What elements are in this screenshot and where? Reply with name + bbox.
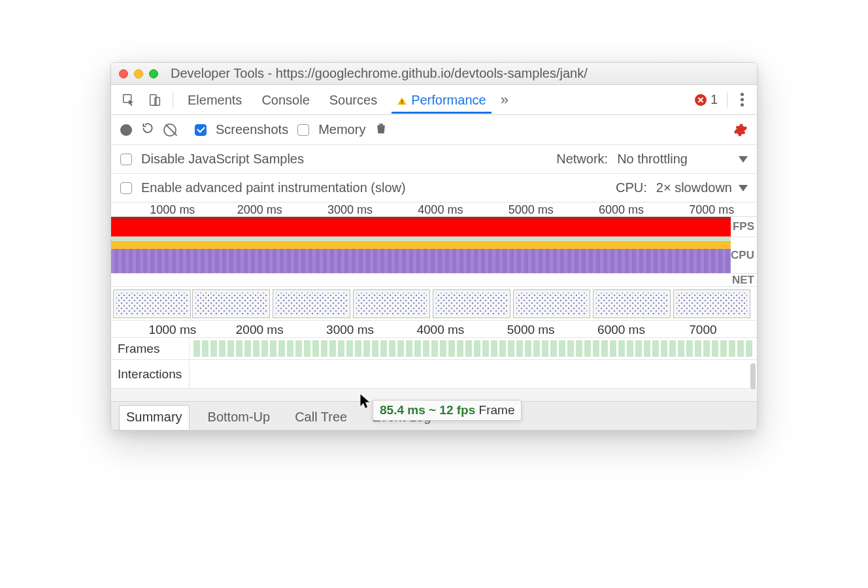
vertical-scrollbar[interactable] — [750, 363, 756, 389]
tab-label: Summary — [126, 410, 182, 424]
ruler-tick: 2000 ms — [237, 203, 282, 217]
cpu-throttle-value: 2× slowdown — [656, 180, 732, 195]
screenshots-checkbox[interactable] — [195, 124, 207, 136]
disable-js-samples-label: Disable JavaScript Samples — [141, 152, 304, 167]
lane-label-fps: FPS — [733, 217, 754, 237]
traffic-light-zoom-icon[interactable] — [149, 69, 158, 78]
ruler-tick: 7000 ms — [689, 203, 734, 217]
details-tab-summary[interactable]: Summary — [119, 405, 190, 430]
garbage-collect-button[interactable] — [375, 122, 388, 138]
screenshot-thumbnail[interactable] — [113, 289, 191, 318]
separator — [727, 92, 727, 108]
capture-settings-row2: Enable advanced paint instrumentation (s… — [111, 174, 757, 203]
network-label: Network: — [556, 152, 608, 167]
interactions-row-label[interactable]: Interactions — [111, 360, 190, 388]
tab-label: Sources — [329, 93, 377, 108]
overview-fps-lane[interactable]: FPS — [111, 217, 757, 237]
ruler-tick: 4000 ms — [418, 203, 463, 217]
tab-label: Console — [261, 93, 309, 108]
ruler-tick: 3000 ms — [327, 203, 373, 217]
ruler-tick: 6000 ms — [597, 323, 645, 337]
frames-strip — [193, 340, 753, 357]
ruler-tick: 1000 ms — [150, 203, 195, 217]
tab-elements[interactable]: Elements — [182, 86, 247, 114]
adv-paint-label: Enable advanced paint instrumentation (s… — [141, 180, 406, 195]
tab-sources[interactable]: Sources — [324, 86, 382, 114]
cpu-throttle-select[interactable]: 2× slowdown — [656, 180, 748, 195]
traffic-light-minimize-icon[interactable] — [134, 69, 143, 78]
tab-performance[interactable]: Performance — [392, 86, 492, 114]
tabs-overflow-icon[interactable] — [501, 91, 509, 108]
flamechart-ruler[interactable]: 1000 ms 2000 ms 3000 ms 4000 ms 5000 ms … — [111, 320, 757, 337]
lane-label-net: NET — [732, 274, 754, 286]
overview-net-lane[interactable]: NET — [111, 273, 757, 286]
flamechart-gutter — [111, 388, 757, 401]
performance-toolbar: Screenshots Memory — [111, 115, 757, 145]
ruler-tick: 5000 ms — [507, 323, 555, 337]
ruler-tick: 6000 ms — [599, 203, 644, 217]
window-title: Developer Tools - https://googlechrome.g… — [171, 66, 588, 81]
overview-cpu-lane[interactable]: CPU — [111, 237, 757, 273]
kebab-menu-icon[interactable] — [737, 93, 748, 106]
disable-js-samples-checkbox[interactable] — [120, 154, 132, 165]
screenshot-thumbnail[interactable] — [433, 289, 510, 318]
traffic-light-close-icon[interactable] — [119, 69, 128, 78]
frame-tooltip: 85.4 ms ~ 12 fps Frame — [373, 400, 522, 421]
memory-label: Memory — [318, 122, 365, 137]
ruler-tick: 1000 ms — [148, 323, 196, 337]
warning-icon — [397, 95, 407, 105]
clear-button[interactable] — [163, 123, 176, 137]
capture-settings-button[interactable] — [733, 123, 748, 137]
screenshot-thumbnail[interactable] — [593, 289, 671, 318]
frames-row: Frames — [111, 337, 757, 359]
ruler-tick: 4000 ms — [416, 323, 464, 337]
tooltip-time: 85.4 ms ~ 12 fps — [380, 403, 475, 417]
cpu-chart-rendering — [111, 249, 731, 273]
dropdown-icon — [739, 185, 748, 191]
error-count: 1 — [710, 92, 718, 107]
ruler-tick: 2000 ms — [236, 323, 284, 337]
screenshot-thumbnail[interactable] — [673, 289, 751, 318]
record-button[interactable] — [120, 124, 132, 136]
devtools-window: Developer Tools - https://googlechrome.g… — [110, 62, 758, 431]
svg-rect-3 — [401, 100, 402, 103]
details-tab-call-tree[interactable]: Call Tree — [288, 406, 354, 430]
screenshot-thumbnail[interactable] — [353, 289, 431, 318]
capture-settings-row1: Disable JavaScript Samples Network: No t… — [111, 145, 757, 174]
tab-label: Elements — [188, 93, 242, 108]
interactions-strip — [190, 360, 757, 388]
error-count-badge[interactable]: 1 — [695, 92, 718, 107]
tab-label: Call Tree — [295, 410, 347, 424]
ruler-tick: 3000 ms — [326, 323, 374, 337]
device-toolbar-icon[interactable] — [146, 91, 163, 108]
screenshot-thumbnail[interactable] — [273, 289, 350, 318]
inspect-element-icon[interactable] — [120, 91, 137, 108]
titlebar: Developer Tools - https://googlechrome.g… — [111, 63, 757, 85]
screenshots-label: Screenshots — [216, 122, 288, 137]
interactions-row: Interactions — [111, 359, 757, 388]
details-tab-bottom-up[interactable]: Bottom-Up — [201, 406, 277, 430]
frames-row-body[interactable] — [190, 338, 757, 359]
reload-record-button[interactable] — [141, 122, 154, 138]
network-throttle-select[interactable]: No throttling — [617, 152, 688, 167]
screenshot-thumbnail[interactable] — [192, 289, 270, 318]
fps-cap-bar — [111, 217, 731, 220]
network-throttle-value: No throttling — [617, 152, 688, 167]
dropdown-icon[interactable] — [739, 156, 748, 163]
interactions-row-body[interactable] — [190, 360, 757, 388]
adv-paint-checkbox[interactable] — [120, 182, 132, 194]
svg-rect-4 — [401, 103, 402, 104]
tab-label: Performance — [411, 93, 486, 108]
overview-screenshots-lane[interactable] — [111, 286, 757, 320]
tab-label: Bottom-Up — [208, 410, 271, 424]
frames-row-label[interactable]: Frames — [111, 338, 190, 359]
screenshot-thumbnail[interactable] — [513, 289, 591, 318]
tab-console[interactable]: Console — [256, 86, 314, 114]
ruler-tick: 5000 ms — [509, 203, 554, 217]
tooltip-suffix: Frame — [479, 403, 515, 417]
overview-ruler[interactable]: 1000 ms 2000 ms 3000 ms 4000 ms 5000 ms … — [111, 203, 757, 217]
lane-label-cpu: CPU — [731, 237, 754, 273]
separator — [173, 92, 173, 108]
error-icon — [695, 94, 707, 106]
memory-checkbox[interactable] — [297, 124, 309, 136]
